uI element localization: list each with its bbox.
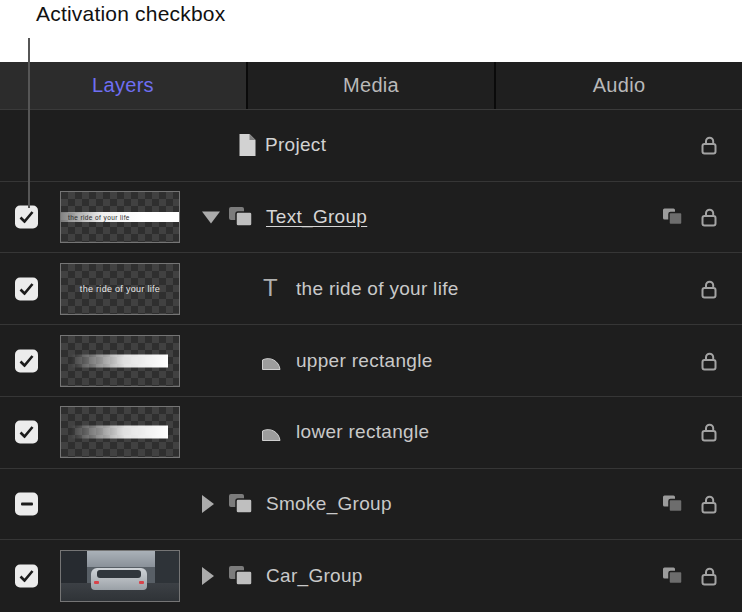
tab-bar: Layers Media Audio xyxy=(0,62,742,110)
layer-thumbnail[interactable] xyxy=(60,406,180,458)
callout-leader-line xyxy=(28,38,30,208)
lock-icon[interactable] xyxy=(698,134,721,157)
shape-icon xyxy=(260,351,282,371)
text-layer-icon: T xyxy=(263,274,278,302)
tab-audio[interactable]: Audio xyxy=(496,62,742,109)
disclosure-triangle[interactable] xyxy=(202,567,214,585)
callout-label: Activation checkbox xyxy=(36,2,225,26)
layer-name[interactable]: Text_Group xyxy=(266,206,367,228)
shape-icon xyxy=(260,422,282,442)
lock-icon[interactable] xyxy=(698,564,721,587)
activation-checkbox[interactable] xyxy=(15,349,38,372)
activation-checkbox[interactable] xyxy=(15,564,38,587)
activation-checkbox[interactable] xyxy=(15,206,38,229)
activation-checkbox[interactable] xyxy=(15,277,38,300)
layer-thumbnail[interactable] xyxy=(60,550,180,602)
layer-name[interactable]: Car_Group xyxy=(266,565,363,587)
row-lower-rectangle[interactable]: lower rectangle xyxy=(0,397,742,469)
disclosure-triangle[interactable] xyxy=(202,495,214,513)
row-text-group[interactable]: the ride of your life Text_Group xyxy=(0,182,742,254)
layer-thumbnail[interactable]: the ride of your life xyxy=(60,191,180,243)
layer-name[interactable]: upper rectangle xyxy=(296,350,433,372)
lock-icon[interactable] xyxy=(698,206,721,229)
project-label[interactable]: Project xyxy=(265,134,326,156)
screenshot-root: Activation checkbox Layers Media Audio P… xyxy=(0,0,742,612)
disclosure-triangle[interactable] xyxy=(202,212,220,224)
row-project[interactable]: Project xyxy=(0,110,742,182)
tab-layers[interactable]: Layers xyxy=(0,62,248,109)
lock-icon[interactable] xyxy=(698,349,721,372)
group-layers-icon[interactable] xyxy=(662,494,684,513)
layer-thumbnail[interactable]: the ride of your life xyxy=(60,263,180,315)
lock-icon[interactable] xyxy=(698,492,721,515)
project-document-icon xyxy=(237,133,258,158)
layer-name[interactable]: lower rectangle xyxy=(296,421,429,443)
row-upper-rectangle[interactable]: upper rectangle xyxy=(0,325,742,397)
activation-checkbox[interactable] xyxy=(15,492,38,515)
lock-icon[interactable] xyxy=(698,277,721,300)
row-car-group[interactable]: Car_Group xyxy=(0,540,742,611)
layer-list: Project the ride of your life xyxy=(0,110,742,611)
layer-name[interactable]: the ride of your life xyxy=(296,278,459,300)
group-icon xyxy=(228,565,254,587)
layer-name[interactable]: Smoke_Group xyxy=(266,493,392,515)
group-icon xyxy=(228,493,254,515)
row-text-layer[interactable]: the ride of your life T the ride of your… xyxy=(0,253,742,325)
group-icon xyxy=(228,206,254,228)
activation-checkbox[interactable] xyxy=(15,421,38,444)
lock-icon[interactable] xyxy=(698,421,721,444)
tab-media[interactable]: Media xyxy=(248,62,496,109)
row-smoke-group[interactable]: Smoke_Group xyxy=(0,469,742,541)
layers-panel: Layers Media Audio Project xyxy=(0,62,742,612)
group-layers-icon[interactable] xyxy=(662,208,684,227)
layer-thumbnail[interactable] xyxy=(60,335,180,387)
group-layers-icon[interactable] xyxy=(662,566,684,585)
